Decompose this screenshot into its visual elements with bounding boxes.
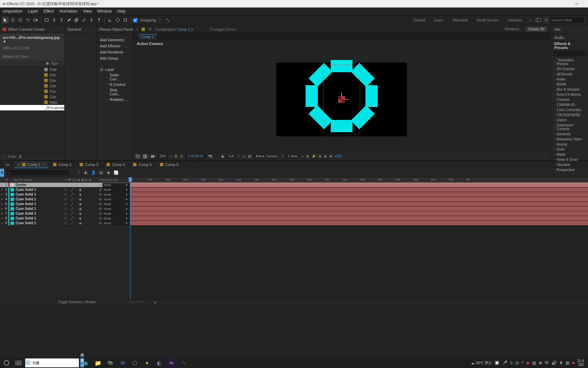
tray-icon[interactable]: 中 [545, 360, 549, 366]
audio-panel-tab[interactable]: Audio [551, 33, 588, 42]
layer-row[interactable]: ▸ 4 Cyan Solid 1 ⬡╱◉ ⊚ None▾ [0, 197, 129, 202]
task-view-icon[interactable] [13, 358, 24, 367]
parent-dropdown[interactable]: None▾ [102, 216, 129, 220]
layer-color-chip[interactable] [8, 211, 10, 216]
zoom-out-icon[interactable]: −○──── [130, 300, 143, 304]
tray-icon[interactable]: ▤ [566, 361, 569, 365]
preset-category[interactable]: Distort [551, 118, 588, 123]
layer-track[interactable] [129, 206, 588, 211]
parent-pickwhip-icon[interactable]: ⊚ [98, 207, 102, 211]
cyan-rect[interactable] [365, 85, 378, 107]
volume-icon[interactable]: 🔊 [552, 361, 557, 365]
workspace-default[interactable]: Default [409, 18, 429, 22]
camera-dropdown[interactable]: Active Camera [254, 154, 279, 158]
layer-track[interactable] [129, 197, 588, 202]
menu-animation[interactable]: Animation [60, 9, 78, 14]
layer-name[interactable]: Cyan Solid 1 [15, 197, 64, 201]
hide-shy-icon[interactable]: 👤 [91, 170, 97, 176]
layer-track[interactable] [129, 216, 588, 221]
taskbar-search-input[interactable] [31, 361, 80, 365]
parent-pickwhip-icon[interactable]: ⊚ [98, 193, 102, 196]
cyan-rect[interactable] [351, 63, 375, 87]
workspace-more[interactable]: » [527, 18, 534, 22]
preset-category[interactable]: Perspective [551, 167, 588, 172]
parent-dropdown[interactable]: None▾ [102, 221, 129, 225]
layer-name[interactable]: Cyan Solid 1 [15, 202, 64, 206]
parent-pickwhip-icon[interactable]: ⊚ [98, 202, 102, 206]
mask-icon[interactable] [150, 154, 155, 158]
preset-category[interactable]: Noise & Grain [551, 157, 588, 162]
tray-icon[interactable]: ⬆ [559, 361, 563, 365]
layer-track[interactable] [129, 221, 588, 226]
comp-mini-flowchart-icon[interactable]: ⤴ [76, 170, 82, 176]
preset-category[interactable]: CINEMA 4D [551, 102, 588, 107]
transform-gizmo[interactable] [338, 96, 345, 103]
plexus-scale-control[interactable]: Scale Con... [97, 72, 132, 82]
tool-pen[interactable] [51, 17, 58, 24]
layer-color-chip[interactable] [8, 206, 10, 211]
tray-icon[interactable]: ⊡ [516, 361, 519, 365]
tool-axis-view[interactable] [122, 17, 129, 24]
project-item[interactable]: Fold [0, 67, 64, 72]
help-search[interactable] [542, 16, 586, 24]
layer-color-chip[interactable] [8, 216, 10, 221]
views-dropdown[interactable]: 1 View [286, 154, 299, 158]
tool-roto[interactable] [88, 17, 95, 24]
resolution-dropdown[interactable]: Full [227, 154, 235, 158]
snapshot-icon[interactable]: 📷 [208, 154, 212, 158]
preset-category[interactable]: BGRA [551, 82, 588, 87]
project-item[interactable]: Con [0, 94, 64, 99]
snap-opt-1[interactable] [157, 17, 164, 24]
tray-icon[interactable]: 🔲 [494, 361, 500, 365]
workspace-reset-icon[interactable] [535, 17, 542, 24]
layer-switches[interactable]: ⬡╱◉ [64, 207, 98, 211]
layer-switches[interactable]: ⬡╱◉ [64, 212, 98, 215]
preset-category[interactable]: CROSSPHERE [551, 112, 588, 118]
layer-switches[interactable]: ⬡╱◉ [64, 188, 98, 191]
timeline-tab[interactable]: Comp 3 [76, 161, 102, 168]
layer-track[interactable] [129, 187, 588, 192]
preset-category[interactable]: Knoll [551, 147, 588, 152]
plexus-add-renderer[interactable]: Add Renderer [97, 49, 132, 55]
draft-3d-icon[interactable]: ◐ [83, 170, 89, 176]
layer-track[interactable] [129, 192, 588, 197]
taskbar-clock[interactable]: 22:3202 [577, 359, 584, 367]
app-icon[interactable]: ● [142, 358, 152, 367]
preset-category[interactable]: Immersive Video [551, 137, 588, 142]
alpha-icon[interactable] [135, 154, 140, 158]
tool-axis-local[interactable] [107, 17, 114, 24]
timeline-tab[interactable]: Comp 6 [157, 161, 182, 168]
tool-axis-world[interactable] [114, 17, 121, 24]
preset-category[interactable]: 3D Channel [551, 66, 588, 72]
start-button[interactable] [1, 358, 12, 367]
cyan-rect[interactable] [331, 60, 353, 72]
renderer-dropdown[interactable]: Classic 3D [525, 27, 547, 32]
layer-bar[interactable] [130, 216, 588, 220]
layer-row[interactable]: ▸ 8 Cyan Solid 1 ⬡╱◉ ⊚ None▾ [0, 216, 129, 221]
preset-search-input[interactable] [554, 51, 585, 56]
layer-color-chip[interactable] [8, 183, 10, 187]
preset-category[interactable]: AESweets [551, 72, 588, 77]
workspace-libraries[interactable]: Libraries [504, 18, 526, 22]
parent-dropdown[interactable]: None▾ [102, 197, 129, 201]
roi-icon[interactable]: ▭ [242, 154, 245, 158]
tool-eraser[interactable] [81, 17, 87, 24]
layer-switches[interactable]: ⬡╱◉ [64, 217, 98, 220]
timeline-tracks[interactable]: 0s02s04s06s08s10s12s14s16s18s20s22s24s26… [129, 177, 588, 299]
project-item[interactable]: Impo [0, 99, 64, 105]
lock-icon[interactable]: ⊡ [148, 27, 151, 31]
mail-icon[interactable]: ✉ [117, 358, 128, 367]
parent-dropdown[interactable]: None▾ [102, 193, 129, 197]
layer-name[interactable]: Cyan Solid 1 [15, 193, 64, 196]
zoom-in-icon[interactable]: ▲ [153, 300, 157, 304]
tool-brush[interactable] [66, 17, 72, 24]
layer-switches[interactable]: ⬡╱◉ [64, 198, 98, 201]
layer-row[interactable]: ▸ 7 Cyan Solid 1 ⬡╱◉ ⊚ None▾ [0, 211, 129, 216]
plexus-add-effector[interactable]: Add Effector [97, 43, 132, 49]
tool-selection[interactable] [2, 17, 9, 24]
graph-editor-icon[interactable]: 📈 [113, 170, 119, 176]
layer-bar[interactable] [130, 187, 588, 192]
tray-icon[interactable]: ▤ [532, 361, 536, 365]
project-item[interactable]: Con [0, 78, 64, 83]
workspace-standard[interactable]: Standard [448, 18, 472, 22]
